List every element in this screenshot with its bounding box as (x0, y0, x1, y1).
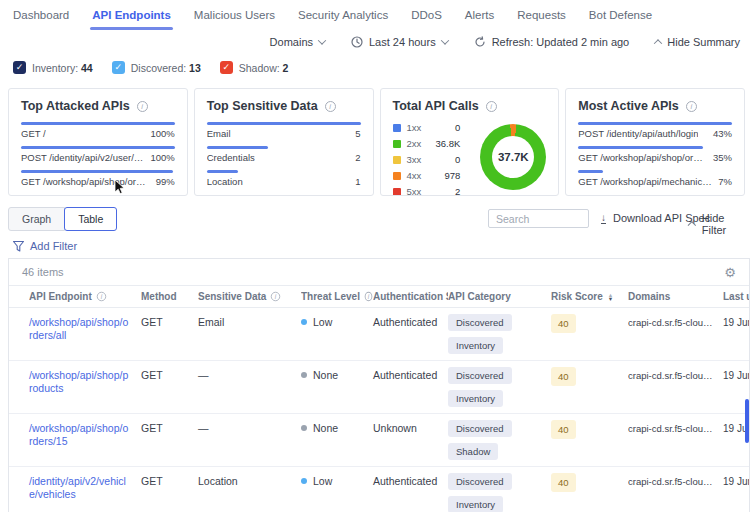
info-icon[interactable] (271, 292, 280, 301)
tab-malicious-users[interactable]: Malicious Users (194, 9, 275, 21)
vertical-scrollbar-thumb[interactable] (745, 399, 749, 443)
tab-requests[interactable]: Requests (517, 9, 566, 21)
hide-summary-toggle[interactable]: Hide Summary (655, 36, 740, 48)
column-header-method[interactable]: Method (141, 291, 198, 302)
card-top-attacked-apis: Top Attacked APIs GET /100%POST /identit… (8, 88, 188, 196)
column-header-threat-level[interactable]: Threat Level (301, 291, 373, 302)
top-attacked-item: GET /workshop/api/shop/orders/{order_id}… (21, 170, 175, 187)
filter-checkbox-shadow[interactable]: ✓Shadow: 2 (220, 61, 289, 74)
legend-color-swatch (393, 172, 401, 180)
sensitive-data-cell: Location (198, 475, 301, 488)
hide-filter-label: Hide Filter (702, 212, 750, 236)
chevron-down-icon (440, 36, 448, 44)
column-header-last-updated[interactable]: Last updated (723, 291, 750, 302)
threat-level-dot (301, 319, 307, 325)
table-view-button[interactable]: Table (64, 207, 117, 231)
threat-level-cell: Low (301, 475, 373, 488)
info-icon[interactable] (97, 292, 106, 301)
endpoint-link[interactable]: /workshop/api/shop/orders/all (29, 316, 141, 342)
tab-ddos[interactable]: DDoS (411, 9, 442, 21)
filter-label: Discovered: 13 (131, 62, 201, 74)
domains-cell: crapi-cd.sr.f5-cloud-demo... (628, 422, 723, 435)
card-title: Total API Calls (393, 99, 547, 113)
bar-labels: Location1 (207, 176, 361, 187)
api-name: POST /identity/api/v2/user/videos (21, 152, 144, 163)
clock-icon (351, 36, 363, 48)
top-sensitive-item: Location1 (207, 170, 361, 187)
sensitive-data-cell: — (198, 369, 301, 382)
table-settings-gear-icon[interactable] (724, 266, 736, 279)
info-icon[interactable] (486, 101, 497, 112)
risk-score-cell: 40 (551, 422, 628, 439)
status-legend-row: 4xx978 (393, 170, 471, 181)
column-header-sensitive-data[interactable]: Sensitive Data (198, 291, 301, 302)
chevron-up-icon (654, 39, 662, 47)
method-cell: GET (141, 422, 198, 435)
api-value: 100% (150, 128, 174, 139)
category-badge-discovered: Discovered (448, 473, 512, 490)
domains-dropdown[interactable]: Domains (270, 36, 325, 48)
progress-bar (578, 122, 732, 125)
api-name: Location (207, 176, 243, 187)
column-label: Risk Score (551, 291, 603, 302)
tab-bot-defense[interactable]: Bot Defense (589, 9, 652, 21)
info-icon[interactable] (137, 101, 148, 112)
category-badge-shadow: Shadow (448, 443, 498, 460)
tab-dashboard[interactable]: Dashboard (13, 9, 69, 21)
column-header-domains[interactable]: Domains (628, 291, 723, 302)
tab-security-analytics[interactable]: Security Analytics (298, 9, 388, 21)
time-range-dropdown[interactable]: Last 24 hours (351, 36, 448, 48)
column-header-api-category[interactable]: API Category (448, 291, 551, 302)
filter-checkbox-discovered[interactable]: ✓Discovered: 13 (112, 61, 201, 74)
threat-level-cell: Low (301, 316, 373, 329)
card-title-text: Top Attacked APIs (21, 99, 130, 113)
chevron-up-icon (688, 221, 696, 229)
api-name: POST /identity/api/auth/login (578, 128, 698, 139)
column-header-authentication-s[interactable]: Authentication S... (373, 291, 448, 302)
table-header-row: API EndpointMethodSensitive DataThreat L… (9, 286, 749, 308)
filter-checkbox-inventory[interactable]: ✓Inventory: 44 (13, 61, 93, 74)
endpoint-link[interactable]: /identity/api/v2/vehicle/vehicles (29, 475, 141, 501)
api-name: Credentials (207, 152, 255, 163)
table-row[interactable]: /workshop/api/shop/orders/15GET—NoneUnkn… (9, 414, 749, 467)
tab-api-endpoints[interactable]: API Endpoints (92, 9, 171, 21)
column-header-api-endpoint[interactable]: API Endpoint (29, 291, 141, 302)
items-count: 46 items (22, 266, 64, 278)
refresh-label: Refresh: Updated 2 min ago (492, 36, 630, 48)
sensitive-data-cell: — (198, 422, 301, 435)
graph-view-button[interactable]: Graph (8, 207, 65, 231)
progress-bar (578, 146, 703, 149)
progress-bar (207, 170, 238, 173)
endpoint-link[interactable]: /workshop/api/shop/products (29, 369, 141, 395)
bar-labels: Credentials2 (207, 152, 361, 163)
search-input[interactable] (488, 209, 589, 228)
endpoint-link[interactable]: /workshop/api/shop/orders/15 (29, 422, 141, 448)
sort-icon[interactable]: ▲▼ (608, 293, 613, 301)
checkbox-checked-icon: ✓ (13, 61, 26, 74)
hide-filter-toggle[interactable]: Hide Filter (689, 212, 750, 236)
table-row[interactable]: /identity/api/v2/vehicle/vehiclesGETLoca… (9, 467, 749, 512)
info-icon[interactable] (325, 101, 336, 112)
table-row[interactable]: /workshop/api/shop/productsGET—NoneAuthe… (9, 361, 749, 414)
column-label: Authentication S... (373, 291, 448, 302)
threat-level-dot (301, 372, 307, 378)
status-legend-row: 3xx0 (393, 154, 471, 165)
add-filter-button[interactable]: Add Filter (13, 240, 77, 252)
refresh-button[interactable]: Refresh: Updated 2 min ago (474, 36, 630, 48)
authentication-cell: Unknown (373, 422, 448, 435)
column-header-risk-score[interactable]: Risk Score▲▼ (551, 291, 628, 302)
info-icon[interactable] (686, 101, 697, 112)
most-active-item: GET /workshop/api/mechanic/mechanic_repo… (578, 170, 732, 187)
card-title: Most Active APIs (578, 99, 732, 113)
category-badge-discovered: Discovered (448, 420, 512, 437)
card-most-active-apis: Most Active APIs POST /identity/api/auth… (565, 88, 745, 196)
category-badge-inventory: Inventory (448, 337, 503, 354)
status-legend-row: 5xx2 (393, 186, 471, 196)
bar-labels: POST /identity/api/v2/user/videos100% (21, 152, 175, 163)
table-row[interactable]: /workshop/api/shop/orders/allGETEmailLow… (9, 308, 749, 361)
filter-label: Shadow: 2 (239, 62, 289, 74)
tab-alerts[interactable]: Alerts (465, 9, 494, 21)
info-icon[interactable] (365, 292, 373, 301)
authentication-cell: Authenticated (373, 316, 448, 329)
table-meta-row: 46 items (9, 259, 749, 286)
